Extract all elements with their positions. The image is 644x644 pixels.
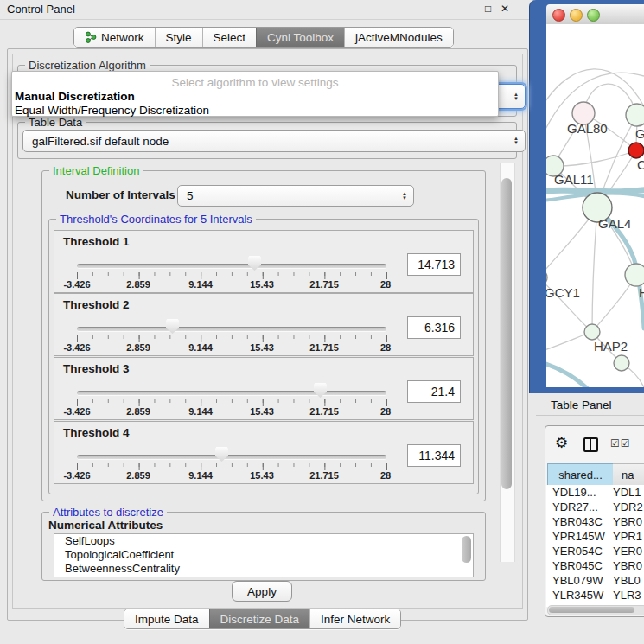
table-hscrollbar-thumb[interactable]	[549, 607, 634, 613]
tick-label: 9.144	[188, 342, 213, 353]
tab-network[interactable]: Network	[74, 28, 155, 47]
tick-label: 21.715	[309, 342, 339, 353]
select-columns-checkboxes-icon[interactable]: ☑☑	[610, 437, 631, 450]
tab-discretize-data[interactable]: Discretize Data	[209, 609, 310, 628]
table-row[interactable]: YER054CYER0	[546, 544, 644, 558]
popup-option-equal-width[interactable]: Equal Width/Frequency Discretization	[15, 104, 209, 117]
threshold-row-2: Threshold 2 -3.426 2.859 9.144 15.43 21.…	[54, 293, 474, 356]
tab-style[interactable]: Style	[155, 28, 202, 47]
tick-label: 28	[380, 279, 391, 290]
network-window-titlebar[interactable]	[546, 4, 644, 25]
table-hscrollbar-track[interactable]	[547, 605, 644, 615]
network-icon	[85, 31, 97, 43]
table-row[interactable]: YDL19...YDL1	[546, 485, 644, 500]
zoom-traffic-light[interactable]	[587, 9, 600, 22]
threshold-4-slider-track[interactable]	[77, 455, 386, 460]
threshold-row-4: Threshold 4 -3.426 2.859 9.144 15.43 21.…	[54, 421, 474, 484]
columns-icon[interactable]	[583, 437, 598, 452]
table-rows: YDL19...YDL1 YDR27...YDR2 YBR043CYBR0 YP…	[546, 485, 644, 607]
column-header-shared-name[interactable]: shared...	[547, 463, 614, 486]
cell-name: YDR2	[613, 500, 643, 514]
node-h[interactable]	[625, 264, 644, 286]
cell-shared-name: YER054C	[546, 544, 613, 558]
tick-label: -3.426	[63, 342, 90, 353]
screen: Control Panel □ ✕ Network Style Select C…	[0, 0, 644, 644]
table-row[interactable]: YBL079WYBL0	[546, 573, 644, 588]
minimize-traffic-light[interactable]	[570, 9, 583, 22]
popup-option-manual[interactable]: Manual Discretization	[15, 90, 135, 103]
panel-title: Control Panel	[7, 3, 75, 16]
list-item[interactable]: BetweennessCentrality	[54, 562, 473, 576]
node-bottom[interactable]	[614, 355, 629, 371]
tick-label: 21.715	[309, 279, 339, 290]
cell-name: YBR0	[613, 514, 642, 529]
table-panel-window: ⚙ ☑☑ shared... na YDL19...YDL1 YDR27...Y…	[545, 425, 644, 617]
num-intervals-combo[interactable]: 5 ▲▼	[177, 185, 414, 207]
tick-label: 2.859	[126, 470, 150, 481]
float-window-icon[interactable]: □	[485, 3, 491, 15]
thresholds-group-title: Threshold's Coordinates for 5 Intervals	[56, 213, 256, 226]
stepper-icon: ▲▼	[402, 192, 407, 201]
tab-jactivemnodules[interactable]: jActiveMNodules	[344, 28, 453, 47]
threshold-1-slider-track[interactable]	[77, 264, 386, 269]
table-row[interactable]: YPR145WYPR1	[546, 529, 644, 544]
close-traffic-light[interactable]	[552, 9, 565, 22]
label-gal4: GAL4	[598, 216, 631, 231]
threshold-2-value-field[interactable]	[407, 316, 461, 339]
threshold-3-slider-track[interactable]	[77, 391, 386, 396]
tab-impute-data[interactable]: Impute Data	[124, 609, 209, 628]
tab-network-label: Network	[101, 31, 144, 44]
network-canvas[interactable]: GAL80 G C GAL11 GAL4 GCY1 H HAP2	[546, 24, 644, 387]
label-gcy1: GCY1	[546, 285, 580, 300]
gear-icon[interactable]: ⚙	[555, 434, 568, 452]
tab-select[interactable]: Select	[202, 28, 257, 47]
cell-name: YBR0	[613, 558, 642, 573]
node-gcy1[interactable]	[546, 269, 547, 286]
threshold-3-label: Threshold 3	[63, 362, 130, 375]
content-scrollbar-thumb[interactable]	[501, 178, 512, 489]
table-row[interactable]: YLR345WYLR3	[546, 588, 644, 603]
cell-shared-name: YPR145W	[546, 529, 613, 544]
cell-shared-name: YDR27...	[546, 500, 613, 514]
tab-cyni-toolbox[interactable]: Cyni Toolbox	[256, 28, 344, 47]
tab-cyni-toolbox-label: Cyni Toolbox	[267, 31, 334, 44]
cell-name: YPR1	[613, 529, 642, 544]
threshold-4-value-field[interactable]	[407, 444, 461, 467]
cell-shared-name: YBR043C	[546, 514, 613, 529]
tab-style-label: Style	[166, 31, 192, 44]
cell-shared-name: YBL079W	[546, 573, 613, 588]
column-header-name[interactable]: na	[613, 463, 644, 486]
label-gal11: GAL11	[554, 172, 594, 187]
list-scrollbar-thumb[interactable]	[462, 536, 471, 563]
close-icon[interactable]: ✕	[501, 3, 509, 15]
label-g-fragment: G	[635, 126, 644, 141]
table-row[interactable]: YBR045CYBR0	[546, 558, 644, 573]
top-tab-bar: Network Style Select Cyni Toolbox jActiv…	[73, 27, 454, 48]
algorithm-popup: Select algorithm to view settings Manual…	[11, 71, 499, 117]
tick-label: 2.859	[126, 279, 150, 290]
tick-label: 21.715	[309, 406, 339, 417]
node-red-selected[interactable]	[628, 143, 644, 158]
cell-shared-name: YBR045C	[546, 558, 613, 573]
label-h-fragment: H	[639, 285, 644, 300]
list-item[interactable]: TopologicalCoefficient	[54, 548, 473, 562]
table-row[interactable]: YDR27...YDR2	[546, 500, 644, 514]
tick-label: -3.426	[63, 470, 90, 481]
tab-discretize-data-label: Discretize Data	[220, 613, 300, 626]
threshold-3-value-field[interactable]	[407, 380, 461, 403]
threshold-4-label: Threshold 4	[63, 426, 130, 439]
apply-button[interactable]: Apply	[232, 581, 292, 602]
table-data-combo[interactable]: galFiltered.sif default node ▲▼	[22, 130, 526, 152]
table-row[interactable]: YBR043CYBR0	[546, 514, 644, 529]
list-item[interactable]: SelfLoops	[54, 534, 473, 548]
tick-label: 15.43	[250, 279, 274, 290]
threshold-1-value-field[interactable]	[407, 253, 461, 276]
network-graph[interactable]: GAL80 G C GAL11 GAL4 GCY1 H HAP2	[546, 24, 644, 387]
threshold-2-slider-track[interactable]	[77, 327, 386, 332]
threshold-row-3: Threshold 3 -3.426 2.859 9.144 15.43 21.…	[54, 357, 474, 420]
tab-infer-network-label: Infer Network	[321, 613, 390, 626]
node-top-right[interactable]	[626, 104, 644, 126]
attributes-group-title: Attributes to discretize	[49, 506, 167, 519]
tab-infer-network[interactable]: Infer Network	[309, 609, 400, 628]
node-hap2[interactable]	[584, 324, 600, 340]
